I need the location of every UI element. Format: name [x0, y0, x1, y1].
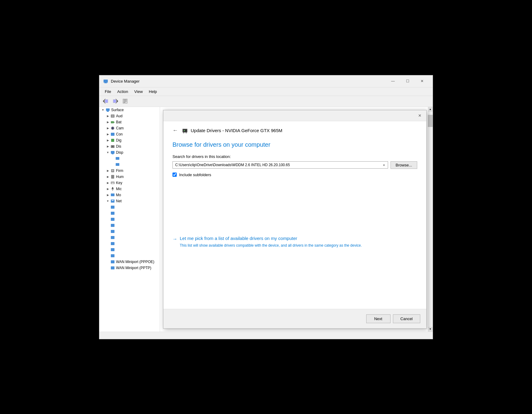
tree-label: Dig — [116, 138, 121, 142]
tree-root[interactable]: ▼ Surface — [99, 107, 160, 113]
path-dropdown-button[interactable]: ▾ — [380, 162, 388, 168]
net-adapter-icon — [110, 235, 115, 240]
tree-item-disp-child-1[interactable] — [99, 156, 160, 162]
tree-label: Net — [116, 199, 122, 203]
svg-rect-57 — [111, 266, 114, 269]
svg-rect-37 — [111, 182, 112, 183]
tree-item-net-child[interactable] — [99, 222, 160, 228]
dialog-footer: Next Cancel — [163, 309, 426, 328]
scroll-track — [428, 112, 433, 327]
tree-item-mic[interactable]: ▶ Mic — [99, 186, 160, 192]
close-button[interactable]: ✕ — [415, 76, 429, 86]
dialog-content: ← Update Drivers - NVIDIA GeForce GTX 96… — [163, 121, 426, 309]
expand-icon: ▶ — [105, 168, 110, 173]
svg-rect-44 — [111, 193, 114, 196]
pick-list-link[interactable]: Let me pick from a list of available dri… — [180, 236, 362, 241]
properties-button[interactable] — [121, 97, 130, 105]
svg-rect-16 — [107, 111, 109, 111]
expand-icon: ▶ — [105, 186, 110, 191]
mo-icon — [110, 193, 115, 197]
tree-item-battery[interactable]: ▶ Bat — [99, 119, 160, 125]
maximize-button[interactable]: ☐ — [401, 76, 414, 86]
expand-icon: ▼ — [105, 199, 110, 204]
con-icon — [110, 132, 115, 137]
tree-item-net-child[interactable] — [99, 241, 160, 247]
tree-item-audio[interactable]: ▶ Aud — [99, 113, 160, 119]
tree-item-hum[interactable]: ▶ Hum — [99, 174, 160, 180]
include-subfolders-label[interactable]: Include subfolders — [179, 173, 211, 177]
tree-item-net-child[interactable] — [99, 234, 160, 241]
svg-rect-53 — [111, 242, 114, 245]
menu-view[interactable]: View — [131, 89, 146, 94]
svg-rect-54 — [111, 248, 114, 251]
tree-item-disk[interactable]: ▶ Dis — [99, 143, 160, 149]
expand-icon: ▶ — [105, 132, 110, 137]
tree-item-net[interactable]: ▼ Net — [99, 198, 160, 204]
svg-rect-46 — [112, 200, 114, 201]
spacer — [110, 162, 115, 167]
net-adapter-icon — [110, 217, 115, 222]
tree-item-net-child[interactable] — [99, 253, 160, 259]
expand-icon: ▶ — [105, 174, 110, 179]
svg-rect-28 — [111, 151, 114, 154]
svg-rect-61 — [183, 132, 184, 133]
status-bar — [99, 332, 433, 339]
tree-item-net-child[interactable] — [99, 216, 160, 222]
disk-icon — [110, 144, 115, 149]
include-subfolders-checkbox[interactable] — [172, 173, 177, 177]
menu-action[interactable]: Action — [114, 89, 131, 94]
tree-item-net-child[interactable] — [99, 228, 160, 234]
tree-root-label: Surface — [111, 108, 124, 112]
minimize-button[interactable]: — — [386, 76, 400, 86]
keyboard-icon — [110, 180, 115, 185]
dialog-close-button[interactable]: ✕ — [415, 112, 424, 119]
tree-item-net-child[interactable] — [99, 210, 160, 216]
expand-icon: ▶ — [105, 120, 110, 125]
tree-label: Aud — [116, 114, 122, 118]
net-icon — [110, 199, 115, 204]
tree-item-display[interactable]: ▼ Disp — [99, 149, 160, 156]
scroll-up[interactable]: ▲ — [428, 107, 433, 112]
back-arrow-button[interactable]: ← — [172, 127, 178, 134]
tree-label: WAN Miniport (PPPOE) — [116, 260, 154, 264]
net-adapter-icon — [110, 265, 115, 270]
back-button[interactable] — [101, 97, 110, 105]
device-tree: ▼ Surface ▶ Aud — [99, 107, 160, 332]
main-area: ▼ Surface ▶ Aud — [99, 107, 433, 332]
net-adapter-icon — [110, 223, 115, 228]
svg-rect-31 — [116, 163, 119, 166]
svg-rect-49 — [111, 218, 114, 221]
tree-item-net-child[interactable] — [99, 247, 160, 253]
tree-item-con[interactable]: ▶ Con — [99, 131, 160, 137]
scroll-down[interactable]: ▼ — [428, 327, 433, 332]
tree-item-firmware[interactable]: ▶ Firm — [99, 168, 160, 174]
browse-button[interactable]: Browse... — [390, 161, 417, 169]
tree-item-camera[interactable]: ▶ Cam — [99, 125, 160, 131]
tree-item-disp-child-2[interactable] — [99, 162, 160, 168]
svg-rect-30 — [116, 157, 119, 160]
tree-item-wan-pppoe[interactable]: WAN Miniport (PPPOE) — [99, 259, 160, 265]
svg-point-23 — [112, 128, 113, 129]
menu-file[interactable]: File — [102, 89, 114, 94]
scroll-thumb[interactable] — [428, 115, 433, 127]
tree-item-dig[interactable]: ▶ Dig — [99, 137, 160, 143]
expand-icon: ▶ — [105, 126, 110, 131]
battery-icon — [110, 120, 115, 125]
tree-item-wan-pptp[interactable]: WAN Miniport (PPTP) — [99, 265, 160, 271]
path-input[interactable] — [173, 162, 380, 168]
tree-item-net-child[interactable] — [99, 204, 160, 210]
path-row: ▾ Browse... — [172, 161, 417, 169]
forward-button[interactable] — [111, 97, 120, 105]
tree-label: WAN Miniport (PPTP) — [116, 266, 151, 270]
svg-rect-51 — [111, 230, 114, 233]
tree-label: Key — [116, 181, 122, 185]
menu-help[interactable]: Help — [146, 89, 160, 94]
cancel-button[interactable]: Cancel — [393, 314, 420, 323]
tree-item-keyboard[interactable]: ▶ Key — [99, 180, 160, 186]
svg-rect-19 — [111, 115, 114, 117]
expand-icon: ▶ — [105, 193, 110, 197]
tree-item-mo[interactable]: ▶ Mo — [99, 192, 160, 198]
next-button[interactable]: Next — [366, 314, 390, 323]
hum-icon — [110, 174, 115, 179]
svg-rect-24 — [111, 133, 114, 136]
